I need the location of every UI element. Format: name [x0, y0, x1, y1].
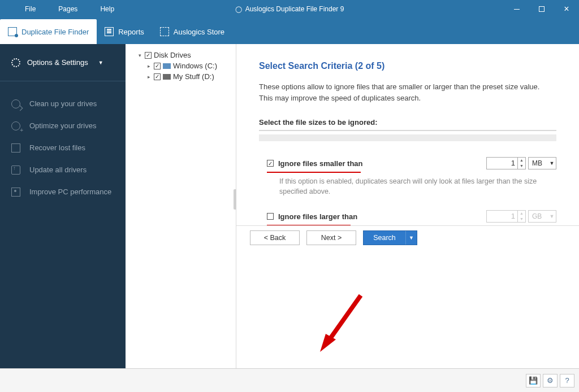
unit-smaller-select[interactable]: MB ▼: [528, 157, 556, 169]
page-description: These options allow to ignore files that…: [259, 81, 553, 103]
maximize-icon: [539, 6, 545, 12]
tab-reports[interactable]: Reports: [97, 19, 152, 44]
drive-icon: [163, 74, 171, 80]
chevron-down-icon: ▼: [548, 160, 556, 166]
cleanup-icon: [11, 99, 20, 108]
tab-label: Reports: [118, 28, 144, 36]
close-icon: ×: [564, 4, 569, 14]
unit-value: MB: [529, 159, 548, 167]
sidebar-item-label: Optimize your drives: [29, 121, 96, 130]
option-ignore-smaller: ✓ Ignore files smaller than 1 ▲▼ MB ▼: [267, 157, 556, 169]
search-label: Search: [364, 231, 405, 245]
close-button[interactable]: ×: [554, 0, 579, 18]
toolbar: Duplicate File Finder Reports Auslogics …: [0, 18, 579, 44]
title-bar: Auslogics Duplicate File Finder 9 File P…: [0, 0, 579, 18]
tab-auslogics-store[interactable]: Auslogics Store: [152, 19, 232, 44]
checkbox-ignore-larger[interactable]: [267, 213, 274, 220]
expand-icon[interactable]: ▸: [146, 63, 152, 69]
checkbox-checked[interactable]: ✓: [145, 52, 152, 59]
sidebar-item-label: Improve PC performance: [29, 188, 111, 196]
sidebar: Options & Settings ▼ Clean up your drive…: [0, 44, 126, 368]
svg-line-0: [328, 295, 361, 342]
help-button[interactable]: ?: [560, 374, 574, 387]
next-button[interactable]: Next >: [306, 230, 356, 245]
sidebar-item-cleanup[interactable]: Clean up your drives: [0, 93, 126, 115]
separator-bar: [259, 134, 556, 141]
size-value: 1: [487, 158, 517, 169]
minimize-button[interactable]: [504, 0, 529, 18]
options-label: Options & Settings: [27, 58, 88, 67]
sidebar-item-improve-pc[interactable]: Improve PC performance: [0, 181, 126, 203]
save-icon: 💾: [529, 376, 538, 385]
recover-icon: [11, 143, 20, 153]
spin-down-icon[interactable]: ▼: [518, 163, 525, 169]
tree-label: Disk Drives: [154, 51, 191, 59]
option-hint: If this option is enabled, duplicates se…: [279, 176, 545, 197]
option-ignore-larger: Ignore files larger than 1 ▲▼ GB ▼: [267, 210, 556, 223]
search-button[interactable]: Search ▼: [363, 230, 417, 245]
size-smaller-input[interactable]: 1 ▲▼: [486, 157, 526, 169]
tree-node-drive-c[interactable]: ▸ ✓ Windows (C:): [129, 60, 232, 71]
update-icon: [11, 165, 20, 175]
tree-node-disk-drives[interactable]: ▾ ✓ Disk Drives: [129, 50, 232, 60]
section-heading: Select the file sizes to be ignored:: [259, 118, 556, 127]
search-dropdown-icon[interactable]: ▼: [405, 231, 417, 245]
sidebar-item-label: Clean up your drives: [29, 99, 97, 108]
gear-icon: ⚙: [547, 376, 554, 385]
performance-icon: [11, 188, 20, 197]
spin-up-icon: ▲: [518, 211, 525, 216]
unit-larger-select: GB ▼: [528, 210, 556, 223]
settings-button[interactable]: ⚙: [543, 374, 558, 387]
tree-label: My Stuff (D:): [173, 72, 214, 81]
collapse-icon[interactable]: ▾: [137, 53, 142, 58]
tree-node-drive-d[interactable]: ▸ ✓ My Stuff (D:): [129, 71, 232, 82]
duplicate-files-icon: [8, 27, 17, 36]
unit-value: GB: [529, 212, 548, 220]
sidebar-item-label: Update all drivers: [29, 165, 87, 174]
content-pane: Select Search Criteria (2 of 5) These op…: [236, 44, 579, 250]
annotation-underline: [267, 172, 361, 173]
checkbox-checked[interactable]: ✓: [154, 63, 161, 69]
expand-icon[interactable]: ▸: [146, 74, 152, 80]
option-label: Ignore files smaller than: [278, 159, 363, 168]
back-button[interactable]: < Back: [250, 230, 300, 245]
gear-icon: [11, 58, 20, 67]
maximize-button[interactable]: [529, 0, 554, 18]
sidebar-item-update-drivers[interactable]: Update all drivers: [0, 159, 126, 181]
menu-help[interactable]: Help: [89, 1, 126, 18]
sidebar-item-label: Recover lost files: [29, 143, 85, 152]
spin-down-icon: ▼: [518, 216, 525, 222]
options-settings-button[interactable]: Options & Settings ▼: [0, 44, 126, 81]
option-label: Ignore files larger than: [278, 212, 357, 221]
drive-tree: ▾ ✓ Disk Drives ▸ ✓ Windows (C:) ▸ ✓ My …: [126, 44, 236, 368]
menu-file[interactable]: File: [14, 1, 47, 18]
status-bar: 💾 ⚙ ?: [0, 368, 579, 392]
question-icon: ?: [565, 376, 569, 385]
page-title: Select Search Criteria (2 of 5): [259, 61, 556, 71]
tab-label: Duplicate File Finder: [21, 28, 89, 36]
main-area: Options & Settings ▼ Clean up your drive…: [0, 44, 579, 368]
size-larger-input: 1 ▲▼: [486, 210, 526, 223]
save-button[interactable]: 💾: [526, 374, 541, 387]
reports-icon: [105, 27, 114, 36]
minimize-icon: [514, 9, 520, 10]
annotation-arrow: [316, 290, 372, 358]
drive-icon: [163, 63, 171, 69]
chevron-down-icon: ▼: [548, 214, 556, 219]
svg-marker-1: [320, 334, 336, 352]
size-value: 1: [487, 211, 517, 222]
menu-pages[interactable]: Pages: [47, 1, 89, 18]
spin-up-icon[interactable]: ▲: [518, 158, 525, 163]
tab-duplicate-file-finder[interactable]: Duplicate File Finder: [0, 19, 97, 44]
optimize-icon: [11, 121, 20, 130]
wizard-button-bar: < Back Next > Search ▼: [236, 225, 579, 250]
tab-label: Auslogics Store: [174, 28, 224, 36]
checkbox-ignore-smaller[interactable]: ✓: [267, 160, 274, 167]
sidebar-item-recover[interactable]: Recover lost files: [0, 137, 126, 159]
divider: [259, 130, 556, 131]
store-icon: [160, 27, 169, 36]
checkbox-checked[interactable]: ✓: [154, 73, 161, 80]
sidebar-item-optimize[interactable]: Optimize your drives: [0, 115, 126, 137]
tree-label: Windows (C:): [173, 62, 217, 70]
caret-down-icon: ▼: [98, 60, 103, 66]
